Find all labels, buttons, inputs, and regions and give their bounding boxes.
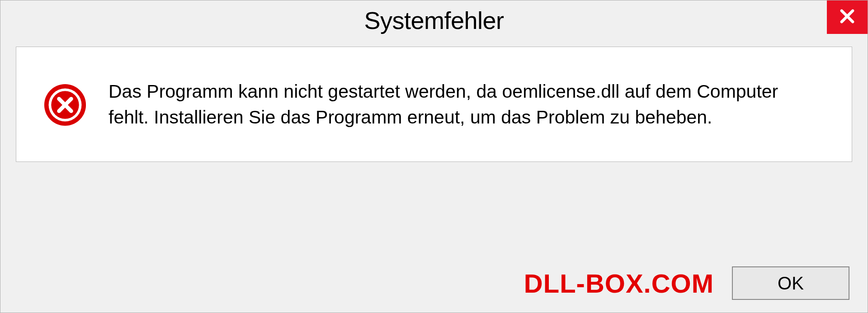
error-icon	[43, 83, 87, 127]
watermark-text: DLL-BOX.COM	[524, 268, 714, 299]
error-message: Das Programm kann nicht gestartet werden…	[108, 79, 814, 130]
dialog-footer: DLL-BOX.COM OK	[0, 254, 868, 313]
error-dialog: Systemfehler Das Programm kann nicht ges…	[0, 0, 868, 313]
titlebar: Systemfehler	[0, 0, 868, 40]
content-area: Das Programm kann nicht gestartet werden…	[16, 47, 852, 162]
close-button[interactable]	[827, 0, 868, 34]
dialog-title: Systemfehler	[364, 6, 504, 34]
close-icon	[838, 7, 857, 28]
ok-button[interactable]: OK	[732, 266, 849, 300]
